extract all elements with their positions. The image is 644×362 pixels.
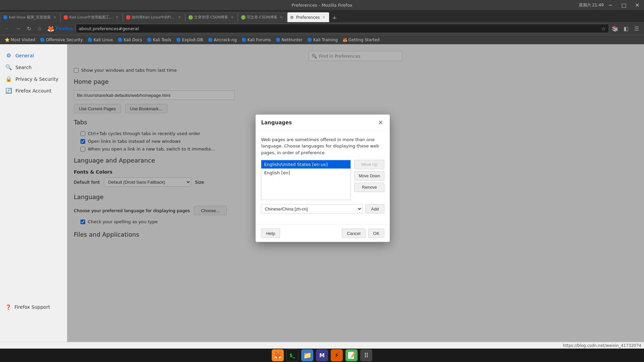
taskbar: 🦊 $_ 📁 M ⚡ 📝 ⠿ — [0, 349, 644, 362]
taskbar-apps-icon: ⠿ — [364, 352, 368, 359]
bookmark-aircrack[interactable]: 🔵 Aircrack-ng — [206, 37, 239, 43]
bookmark-most-visited[interactable]: ⭐ Most Visited — [3, 37, 37, 43]
datetime: 星期六 21:49 — [579, 2, 604, 8]
exploit-db-icon: 🔵 — [176, 38, 181, 42]
forward-button[interactable]: → — [13, 24, 23, 33]
cancel-button[interactable]: Cancel — [342, 229, 365, 238]
dialog-body: Web pages are sometimes offered in more … — [256, 131, 390, 224]
tab-kali-screenshot[interactable]: 🔵 kali linux 截屏_百度搜索 ✕ — [0, 12, 60, 22]
bookmark-kali-linux[interactable]: 🔵 Kali Linux — [86, 37, 115, 43]
taskbar-firefox-icon: 🦊 — [274, 351, 282, 359]
help-button[interactable]: Help — [261, 229, 280, 238]
window-title: Preferences - Mozilla Firefox — [291, 3, 352, 8]
reload-button[interactable]: ↻ — [24, 24, 34, 33]
getting-started-icon: 🦊 — [342, 38, 347, 42]
language-list: English/United States [en-us] English [e… — [261, 160, 351, 200]
taskbar-markdown[interactable]: M — [316, 349, 328, 361]
tab-close-1[interactable]: ✕ — [52, 15, 57, 20]
tab-kali-firefox[interactable]: 🔴 如何将Kali Linux中的Fir… ✕ — [123, 12, 185, 22]
sidebar-label-privacy: Privacy & Security — [15, 76, 58, 82]
tab-close-3[interactable]: ✕ — [177, 15, 182, 20]
taskbar-notes[interactable]: 📝 — [345, 349, 358, 361]
nethunter-icon: 🔵 — [276, 38, 281, 42]
sidebar-item-account[interactable]: 🔄 Firefox Account — [0, 85, 67, 97]
ok-button[interactable]: OK — [368, 229, 385, 238]
privacy-icon: 🔒 — [5, 76, 12, 82]
taskbar-burp[interactable]: ⚡ — [331, 349, 343, 361]
close-button[interactable]: ✕ — [631, 0, 644, 10]
back-button[interactable]: ← — [3, 24, 12, 33]
move-down-button[interactable]: Move Down — [354, 171, 384, 181]
tab-close-4[interactable]: ✕ — [229, 15, 235, 20]
bookmark-kali-tools[interactable]: 🔵 Kali Tools — [145, 37, 173, 43]
sidebar-item-general[interactable]: ⚙️ General — [0, 50, 67, 61]
footer-left: Help — [261, 229, 280, 238]
bookmark-getting-started[interactable]: 🦊 Getting Started — [340, 37, 382, 43]
new-tab-button[interactable]: + — [329, 13, 339, 22]
language-item-en[interactable]: English [en] — [261, 169, 351, 177]
move-up-button[interactable]: Move Up — [354, 160, 384, 169]
bookmark-nethunter[interactable]: 🔵 NetHunter — [274, 37, 305, 43]
tab-close-6[interactable]: ✕ — [321, 15, 326, 20]
bookmarks-bar: ⭐ Most Visited 🔵 Offensive Security 🔵 Ka… — [0, 35, 644, 44]
support-icon: ❓ — [5, 304, 11, 310]
add-language-button[interactable]: Add — [365, 204, 384, 214]
tab-csdn-write[interactable]: 🟢 写文章-CSDN博客 ✕ — [238, 12, 287, 22]
sidebar-label-account: Firefox Account — [15, 88, 51, 94]
menu-button[interactable]: ☰ — [632, 24, 641, 33]
kali-tools-icon: 🔵 — [147, 38, 152, 42]
maximize-button[interactable]: □ — [617, 0, 631, 10]
dialog-description: Web pages are sometimes offered in more … — [261, 136, 384, 156]
address-bar[interactable]: about:preferences#general ☆ — [76, 24, 609, 33]
tab-label-5: 写文章-CSDN博客 — [247, 15, 277, 20]
main-area: ⚙️ General 🔍 Search 🔒 Privacy & Security… — [0, 44, 644, 342]
bookmark-kali-forums[interactable]: 🔵 Kali Forums — [239, 37, 273, 43]
tab-preferences[interactable]: ⚙️ Preferences ✕ — [287, 12, 330, 22]
sidebar-footer: ❓ Firefox Support — [0, 299, 67, 315]
tab-label-6: Preferences — [296, 15, 320, 20]
exploit-db-label: Exploit-DB — [182, 38, 203, 42]
tab-label-1: kali linux 截屏_百度搜索 — [9, 15, 51, 20]
firefox-label: Firefox — [56, 26, 73, 31]
tab-kali-screenshot-tool[interactable]: 🔴 Kali Linux中使用截图工… ✕ — [60, 12, 123, 22]
bookmark-kali-docs[interactable]: 🔵 Kali Docs — [116, 37, 144, 43]
taskbar-markdown-icon: M — [319, 352, 325, 359]
search-icon: 🔍 — [5, 64, 12, 70]
minimize-button[interactable]: ─ — [604, 0, 617, 10]
tab-csdn-article-mgmt[interactable]: 🟢 文章管理-CSDN博客 ✕ — [185, 12, 238, 22]
library-button[interactable]: 📚 — [610, 24, 620, 33]
dialog-close-button[interactable]: ✕ — [376, 118, 384, 126]
nav-right-controls: 📚 ◧ ☰ — [610, 24, 641, 33]
sidebar-button[interactable]: ◧ — [621, 24, 631, 33]
footer-right: Cancel OK — [342, 229, 384, 238]
firefox-support-link[interactable]: ❓ Firefox Support — [5, 302, 62, 312]
remove-button[interactable]: Remove — [354, 183, 384, 192]
bookmark-offensive-security[interactable]: 🔵 Offensive Security — [38, 37, 85, 43]
bookmark-star-icon[interactable]: ☆ — [601, 25, 606, 32]
taskbar-files[interactable]: 📁 — [301, 349, 313, 361]
kali-linux-label: Kali Linux — [94, 38, 113, 42]
tab-label-2: Kali Linux中使用截图工… — [69, 15, 113, 20]
taskbar-firefox[interactable]: 🦊 — [272, 349, 284, 361]
bookmark-kali-training[interactable]: 🔵 Kali Training — [305, 37, 340, 43]
add-language-select[interactable]: Chinese/China [zh-cn] — [261, 204, 363, 214]
language-item-en-us[interactable]: English/United States [en-us] — [261, 160, 351, 169]
languages-dialog: Languages ✕ Web pages are sometimes offe… — [256, 114, 390, 242]
offensive-security-label: Offensive Security — [46, 38, 83, 42]
tab-close-2[interactable]: ✕ — [114, 15, 120, 20]
firefox-logo-icon: 🦊 — [47, 25, 54, 32]
aircrack-label: Aircrack-ng — [214, 38, 237, 42]
taskbar-terminal[interactable]: $_ — [286, 349, 299, 361]
home-button[interactable]: ⌂ — [35, 24, 44, 33]
tab-favicon-4: 🟢 — [188, 15, 193, 20]
bookmark-exploit-db[interactable]: 🔵 Exploit-DB — [174, 37, 205, 43]
tab-close-5[interactable]: ✕ — [279, 15, 284, 20]
sidebar-item-privacy[interactable]: 🔒 Privacy & Security — [0, 73, 67, 85]
tab-favicon-5: 🟢 — [241, 15, 246, 20]
taskbar-apps[interactable]: ⠿ — [360, 349, 372, 361]
sidebar-item-search[interactable]: 🔍 Search — [0, 61, 67, 73]
sidebar-support-label: Firefox Support — [14, 304, 50, 310]
kali-training-label: Kali Training — [313, 38, 338, 42]
sidebar-label-general: General — [15, 53, 34, 58]
dialog-header: Languages ✕ — [256, 114, 390, 131]
